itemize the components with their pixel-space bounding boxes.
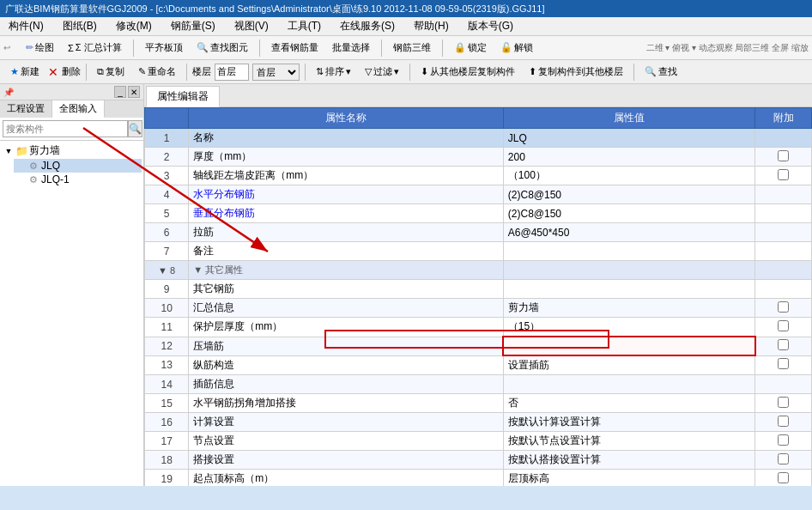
delete-label[interactable]: 删除	[62, 65, 81, 78]
delete-btn[interactable]: ✕	[48, 65, 58, 79]
menu-view[interactable]: 视图(V)	[229, 17, 274, 35]
copy-btn[interactable]: ⧉ 复制	[92, 63, 130, 81]
prop-value[interactable]: 200	[503, 148, 754, 167]
table-row[interactable]: 18搭接设置按默认搭接设置计算	[145, 451, 812, 470]
table-row[interactable]: 2厚度（mm）200	[145, 148, 812, 167]
prop-value[interactable]: 层顶标高	[503, 470, 754, 487]
tree-item-jlq[interactable]: ⚙ JLQ	[14, 159, 142, 173]
search-button[interactable]: 🔍	[128, 120, 142, 137]
prop-value[interactable]: A6@450*450	[503, 223, 754, 242]
menu-online[interactable]: 在线服务(S)	[335, 17, 400, 35]
prop-value[interactable]: 剪力墙	[503, 299, 754, 318]
new-btn[interactable]: ★ 新建	[5, 63, 45, 81]
jlq-expand-icon	[15, 161, 26, 171]
menu-rebar[interactable]: 钢筋量(S)	[166, 17, 221, 35]
menu-help[interactable]: 帮助(H)	[409, 17, 454, 35]
attach-checkbox[interactable]	[778, 472, 789, 483]
unlock-btn[interactable]: 🔓 解锁	[495, 39, 538, 57]
search-input[interactable]	[3, 120, 128, 137]
table-row[interactable]: 1名称JLQ	[145, 129, 812, 148]
prop-value[interactable]: 否	[503, 394, 754, 413]
menu-modify[interactable]: 修改(M)	[111, 17, 157, 35]
tree-root-item[interactable]: ▼ 📁 剪力墙	[2, 143, 142, 159]
prop-attach	[755, 432, 812, 451]
prop-name: 水平分布钢筋	[189, 185, 504, 204]
find-elem-btn[interactable]: 🔍 查找图元	[191, 39, 253, 57]
attach-checkbox[interactable]	[778, 169, 789, 180]
attach-checkbox[interactable]	[778, 434, 789, 446]
find-btn[interactable]: 🔍 查找	[639, 63, 682, 81]
prop-attach	[755, 129, 812, 148]
prop-value[interactable]: （100）	[503, 167, 754, 185]
attach-checkbox[interactable]	[778, 320, 789, 331]
table-row[interactable]: 5垂直分布钢筋(2)C8@150	[145, 204, 812, 223]
prop-value[interactable]: (2)C8@150	[503, 204, 754, 223]
tree-children: ⚙ JLQ ⚙ JLQ-1	[2, 159, 142, 186]
sort-btn[interactable]: ⇅ 排序 ▾	[311, 63, 356, 81]
table-row[interactable]: 10汇总信息剪力墙	[145, 299, 812, 318]
floor-dropdown[interactable]: 首层	[252, 64, 300, 81]
panel-minimize-btn[interactable]: _	[114, 86, 126, 98]
prop-value[interactable]: 按默认计算设置计算	[503, 413, 754, 432]
view-rebar-btn[interactable]: 查看钢筋量	[266, 39, 324, 57]
table-row[interactable]: 17节点设置按默认节点设置计算	[145, 432, 812, 451]
jlq1-expand-icon	[15, 174, 26, 185]
table-row[interactable]: 12压墙筋	[145, 337, 812, 355]
copy-from-btn[interactable]: ⬇ 从其他楼层复制构件	[415, 63, 520, 81]
attach-checkbox[interactable]	[778, 397, 789, 408]
filter-btn[interactable]: ▽ 过滤 ▾	[360, 63, 404, 81]
tab-project-settings[interactable]: 工程设置	[0, 100, 52, 118]
prop-value[interactable]: （15）	[503, 318, 754, 337]
prop-value[interactable]: 按默认搭接设置计算	[503, 451, 754, 470]
prop-name: 备注	[189, 242, 504, 261]
table-row[interactable]: 9其它钢筋	[145, 280, 812, 299]
attach-checkbox[interactable]	[778, 453, 789, 464]
table-row[interactable]: 4水平分布钢筋(2)C8@150	[145, 185, 812, 204]
align-top-btn[interactable]: 平齐板顶	[140, 39, 188, 57]
table-row[interactable]: 15水平钢筋拐角增加搭接否	[145, 394, 812, 413]
floor-input[interactable]	[215, 64, 249, 81]
table-row[interactable]: ▼ 8▼ 其它属性	[145, 261, 812, 280]
tab-properties[interactable]: 属性编辑器	[146, 86, 220, 107]
lock-btn[interactable]: 🔒 锁定	[449, 39, 492, 57]
table-row[interactable]: 6拉筋A6@450*450	[145, 223, 812, 242]
tree-item-jlq1[interactable]: ⚙ JLQ-1	[14, 173, 142, 186]
rebar3d-btn[interactable]: 钢筋三维	[388, 39, 436, 57]
table-row[interactable]: 19起点顶标高（m）层顶标高	[145, 470, 812, 487]
table-row[interactable]: 16计算设置按默认计算设置计算	[145, 413, 812, 432]
table-row[interactable]: 11保护层厚度（mm）（15）	[145, 318, 812, 337]
prop-value[interactable]: JLQ	[503, 129, 754, 148]
menu-tools[interactable]: 工具(T)	[282, 17, 326, 35]
rename-icon: ✎	[138, 66, 146, 77]
batch-select-btn[interactable]: 批量选择	[327, 39, 375, 57]
panel-close-btn[interactable]: ✕	[128, 86, 140, 98]
prop-value[interactable]	[503, 337, 754, 355]
left-tabs: 工程设置 全图输入	[0, 100, 143, 118]
prop-value[interactable]	[503, 375, 754, 394]
prop-value[interactable]	[503, 261, 754, 280]
attach-checkbox[interactable]	[778, 339, 789, 350]
prop-value[interactable]: (2)C8@150	[503, 185, 754, 204]
attach-checkbox[interactable]	[778, 358, 789, 369]
table-row[interactable]: 3轴线距左墙皮距离（mm）（100）	[145, 167, 812, 185]
prop-attach[interactable]	[755, 470, 812, 487]
menu-drawing[interactable]: 图纸(B)	[58, 17, 102, 35]
menu-version[interactable]: 版本号(G)	[463, 17, 518, 35]
prop-value[interactable]: 按默认节点设置计算	[503, 432, 754, 451]
tab-full-input[interactable]: 全图输入	[52, 100, 105, 118]
properties-table-container[interactable]: 属性名称 属性值 附加 1名称JLQ2厚度（mm）2003轴线距左墙皮距离（mm…	[144, 107, 812, 486]
table-row[interactable]: 7备注	[145, 242, 812, 261]
attach-checkbox[interactable]	[778, 301, 789, 313]
prop-value[interactable]	[503, 242, 754, 261]
rename-btn[interactable]: ✎ 重命名	[133, 63, 181, 81]
prop-value[interactable]: 设置插筋	[503, 355, 754, 375]
calc-btn[interactable]: Σ Σ 汇总计算	[63, 39, 127, 57]
prop-value[interactable]	[503, 280, 754, 299]
attach-checkbox[interactable]	[778, 150, 789, 161]
draw-btn[interactable]: ✏ 绘图	[21, 39, 59, 57]
attach-checkbox[interactable]	[778, 416, 789, 427]
table-row[interactable]: 14插筋信息	[145, 375, 812, 394]
menu-component[interactable]: 构件(N)	[3, 17, 49, 35]
table-row[interactable]: 13纵筋构造设置插筋	[145, 355, 812, 375]
copy-to-btn[interactable]: ⬆ 复制构件到其他楼层	[524, 63, 628, 81]
